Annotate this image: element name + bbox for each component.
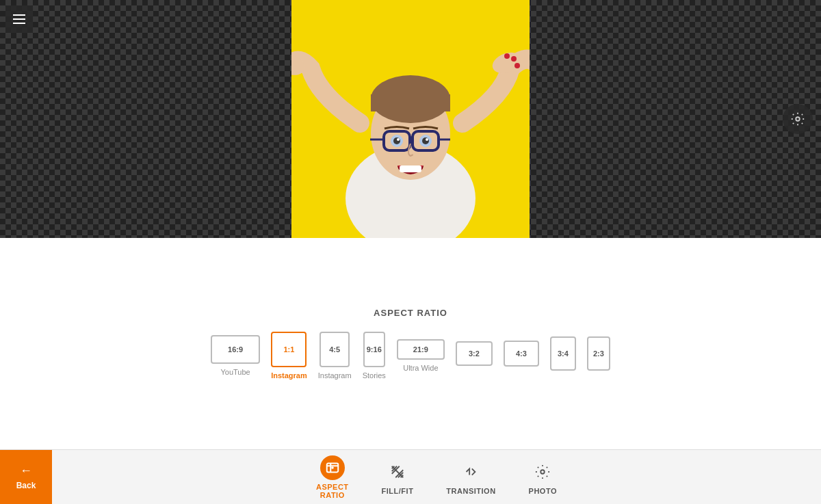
svg-point-33 (541, 470, 545, 474)
ratio-label-21-9: Ultra Wide (403, 364, 438, 372)
menu-button[interactable] (5, 5, 33, 33)
svg-point-22 (514, 63, 520, 68)
svg-point-15 (393, 137, 400, 144)
toolbar-label-transition: TRANSITION (446, 487, 495, 495)
menu-line (13, 18, 25, 20)
svg-point-23 (796, 117, 800, 121)
transition-svg (463, 464, 478, 479)
aspect-ratio-icon (320, 455, 345, 480)
toolbar-label-aspect-ratio: ASPECTRATIO (316, 483, 349, 499)
controls-area: ASPECT RATIO 16:9 YouTube 1:1 Instagram … (0, 238, 821, 449)
menu-line (13, 14, 25, 16)
ratio-item-4-5[interactable]: 4:5 Instagram (318, 332, 352, 380)
photo-container (291, 0, 530, 238)
toolbar-item-fill-fit[interactable]: FILL/FIT (382, 460, 414, 495)
gear-icon (790, 111, 805, 127)
toolbar-label-photo: PHOTO (529, 487, 557, 495)
transition-icon (458, 460, 483, 484)
settings-button[interactable] (783, 104, 813, 134)
bottom-toolbar: ← Back ASPECTRATIO (0, 449, 821, 504)
svg-rect-19 (400, 165, 421, 172)
menu-line (13, 23, 25, 24)
toolbar-label-fill-fit: FILL/FIT (382, 487, 414, 495)
ratio-item-16-9[interactable]: 16:9 YouTube (211, 335, 260, 376)
ratio-box-3-4: 3:4 (550, 336, 576, 371)
back-arrow-icon: ← (20, 464, 32, 478)
svg-point-21 (511, 56, 517, 62)
toolbar-item-aspect-ratio[interactable]: ASPECTRATIO (316, 455, 349, 499)
ratio-item-9-16[interactable]: 9:16 Stories (363, 332, 386, 380)
back-label: Back (16, 481, 36, 490)
photo-svg (535, 464, 550, 479)
toolbar-item-photo[interactable]: PHOTO (529, 460, 557, 495)
ratio-label-4-5: Instagram (318, 371, 352, 380)
aspect-ratio-title: ASPECT RATIO (374, 308, 447, 318)
svg-point-17 (397, 138, 400, 141)
aspect-ratio-svg (325, 460, 340, 475)
ratio-item-21-9[interactable]: 21:9 Ultra Wide (397, 339, 445, 372)
ratio-options-container: 16:9 YouTube 1:1 Instagram 4:5 Instagram… (211, 332, 610, 380)
photo-image (291, 0, 530, 238)
toolbar-items: ASPECTRATIO FILL/FIT (52, 455, 821, 499)
ratio-item-2-3[interactable]: 2:3 (587, 336, 610, 375)
svg-rect-5 (371, 94, 450, 111)
ratio-box-2-3: 2:3 (587, 336, 610, 371)
svg-point-20 (504, 53, 510, 59)
svg-point-25 (331, 466, 334, 469)
ratio-item-3-2[interactable]: 3:2 (456, 341, 493, 370)
ratio-item-4-3[interactable]: 4:3 (504, 341, 539, 371)
svg-point-16 (422, 137, 429, 144)
ratio-label-16-9: YouTube (221, 368, 250, 376)
svg-point-18 (426, 138, 428, 141)
canvas-area (0, 0, 821, 238)
ratio-item-1-1[interactable]: 1:1 Instagram (271, 332, 307, 380)
toolbar-item-transition[interactable]: TRANSITION (446, 460, 495, 495)
ratio-box-3-2: 3:2 (456, 341, 493, 366)
back-button[interactable]: ← Back (0, 450, 52, 505)
person-svg (291, 0, 530, 238)
photo-icon (530, 460, 555, 484)
fill-fit-icon (385, 460, 410, 484)
ratio-box-9-16: 9:16 (363, 332, 385, 367)
ratio-box-21-9: 21:9 (397, 339, 445, 360)
ratio-item-3-4[interactable]: 3:4 (550, 336, 576, 375)
ratio-box-1-1: 1:1 (271, 332, 307, 367)
ratio-label-1-1: Instagram (271, 371, 307, 380)
ratio-box-4-3: 4:3 (504, 341, 539, 367)
ratio-label-9-16: Stories (363, 371, 386, 380)
ratio-box-16-9: 16:9 (211, 335, 260, 364)
ratio-box-4-5: 4:5 (320, 332, 350, 367)
fill-fit-svg (390, 464, 405, 479)
